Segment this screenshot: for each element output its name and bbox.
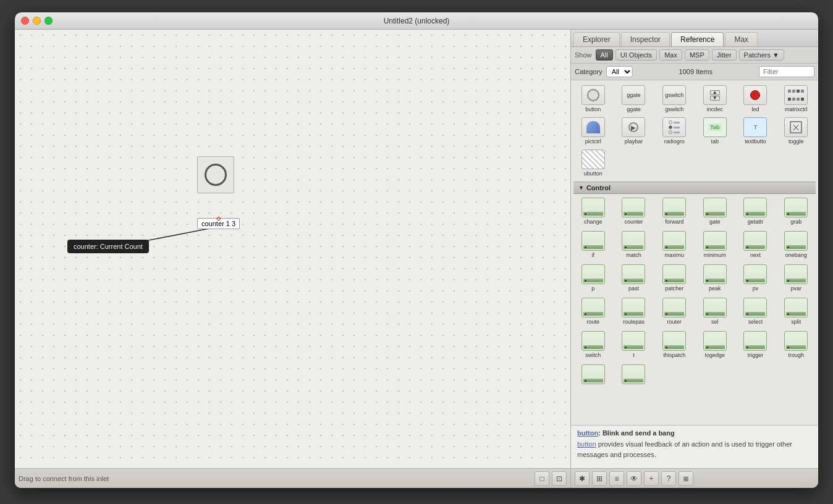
obj-router[interactable]: router (654, 295, 694, 327)
section-arrow: ▼ (578, 185, 584, 191)
obj-pvar[interactable]: pvar (776, 262, 816, 294)
obj-sel[interactable]: sel (695, 295, 735, 327)
info-title-link[interactable]: button (577, 429, 598, 437)
obj-trigger[interactable]: trigger (736, 329, 776, 361)
obj-radiogro[interactable]: radiogro (654, 115, 694, 147)
obj-split[interactable]: split (776, 295, 816, 327)
tab-max[interactable]: Max (725, 32, 758, 46)
obj-extra-2[interactable] (614, 362, 654, 388)
category-row: Category All 1009 Items (571, 64, 818, 80)
obj-togedge[interactable]: togedge (695, 329, 735, 361)
inlet-dot[interactable] (217, 217, 221, 220)
thispatch-label: thispatch (663, 352, 685, 358)
obj-tab[interactable]: Tab tab (695, 115, 735, 147)
obj-match[interactable]: match (614, 229, 654, 261)
obj-toggle[interactable]: toggle (776, 115, 816, 147)
obj-ubutton[interactable]: ubutton (573, 147, 613, 179)
close-button[interactable] (21, 17, 29, 25)
show-btn-jitter[interactable]: Jitter (712, 49, 737, 61)
show-btn-patchers[interactable]: Patchers ▼ (739, 49, 784, 61)
right-toolbar-btn-6[interactable]: ? (661, 471, 676, 486)
bottom-toolbar-left: Drag to connect from this inlet □ ⊡ (15, 468, 570, 488)
obj-select[interactable]: select (736, 295, 776, 327)
split-label: split (791, 319, 801, 325)
obj-trough[interactable]: trough (776, 329, 816, 361)
right-toolbar-btn-7[interactable]: ≣ (679, 471, 693, 486)
obj-patcher[interactable]: patcher (654, 262, 694, 294)
window-controls[interactable] (21, 17, 53, 25)
obj-forward[interactable]: forward (654, 195, 694, 227)
obj-led[interactable]: led (736, 83, 776, 115)
past-icon (622, 264, 645, 284)
obj-ggate[interactable]: ggate ggate (614, 83, 654, 115)
obj-matrixctrl[interactable]: matrixctrl (776, 83, 816, 115)
obj-p[interactable]: p (573, 262, 613, 294)
radiogro-icon (662, 117, 686, 137)
obj-maximu[interactable]: maximu (654, 229, 694, 261)
filter-input[interactable] (759, 66, 814, 77)
info-desc-text: provides visual feedback of an action an… (577, 440, 792, 458)
minimum-icon (703, 231, 727, 251)
right-toolbar-btn-3[interactable]: ≡ (609, 471, 624, 486)
getattr-icon (743, 198, 767, 217)
obj-extra-1[interactable] (573, 362, 613, 388)
textbutto-icon: T (743, 117, 767, 137)
minimize-button[interactable] (33, 17, 41, 25)
tab-reference[interactable]: Reference (671, 32, 724, 46)
show-btn-max[interactable]: Max (659, 49, 682, 61)
obj-if[interactable]: if (573, 229, 613, 261)
obj-grab[interactable]: grab (776, 195, 816, 227)
obj-pictctrl[interactable]: pictctrl (573, 115, 613, 147)
right-toolbar-btn-1[interactable]: ✱ (575, 471, 590, 486)
obj-route[interactable]: route (573, 295, 613, 327)
p-icon (581, 264, 605, 284)
tab-inspector[interactable]: Inspector (621, 32, 670, 46)
maximize-button[interactable] (44, 17, 53, 25)
obj-gate[interactable]: gate (695, 195, 735, 227)
objects-scroll[interactable]: button ggate ggate gswitch gsw (571, 80, 818, 425)
obj-next[interactable]: next (736, 229, 776, 261)
obj-change[interactable]: change (573, 195, 613, 227)
obj-onebang[interactable]: onebang (776, 229, 816, 261)
patcher-label: patcher (665, 285, 683, 292)
obj-getattr[interactable]: getattr (736, 195, 776, 227)
obj-incdec[interactable]: ▲ ▼ incdec (695, 83, 735, 115)
select-label: select (748, 319, 763, 325)
obj-pv[interactable]: pv (736, 262, 776, 294)
obj-minimum[interactable]: minimum (695, 229, 735, 261)
info-desc-link[interactable]: button (577, 440, 596, 448)
match-icon (622, 231, 645, 251)
obj-counter[interactable]: counter (614, 195, 654, 227)
trough-label: trough (788, 352, 804, 358)
t-icon (622, 331, 645, 351)
control-section-header[interactable]: ▼ Control (573, 182, 816, 194)
view-btn-2[interactable]: ⊡ (552, 471, 567, 486)
show-btn-all[interactable]: All (596, 49, 613, 61)
tab-explorer[interactable]: Explorer (573, 32, 620, 46)
view-btn-1[interactable]: □ (535, 471, 549, 486)
ubutton-object[interactable] (197, 156, 234, 193)
obj-switch[interactable]: switch (573, 329, 613, 361)
gate-icon (703, 198, 727, 217)
canvas-area[interactable]: counter 1 3 counter: Current Count Drag … (15, 30, 571, 488)
obj-thispatch[interactable]: thispatch (654, 329, 694, 361)
ui-objects-grid: button ggate ggate gswitch gsw (573, 83, 816, 115)
obj-t[interactable]: t (614, 329, 654, 361)
category-dropdown[interactable]: All (606, 66, 633, 77)
counter-object[interactable]: counter 1 3 (197, 218, 240, 229)
info-bar: button: Blink and send a bang button pro… (571, 425, 818, 468)
obj-textbutto[interactable]: T textbutto (736, 115, 776, 147)
obj-routepas[interactable]: routepas (614, 295, 654, 327)
right-toolbar-btn-4[interactable]: 👁 (627, 471, 641, 486)
show-btn-ui[interactable]: UI Objects (615, 49, 657, 61)
forward-label: forward (665, 219, 683, 225)
obj-peak[interactable]: peak (695, 262, 735, 294)
right-toolbar-btn-2[interactable]: ⊞ (592, 471, 607, 486)
obj-past[interactable]: past (614, 262, 654, 294)
show-btn-msp[interactable]: MSP (685, 49, 709, 61)
right-toolbar-btn-5[interactable]: ＋ (644, 471, 659, 486)
obj-gswitch[interactable]: gswitch gswitch (654, 83, 694, 115)
obj-button[interactable]: button (573, 83, 613, 115)
next-label: next (750, 252, 761, 258)
obj-playbar[interactable]: ▶ playbar (614, 115, 654, 147)
